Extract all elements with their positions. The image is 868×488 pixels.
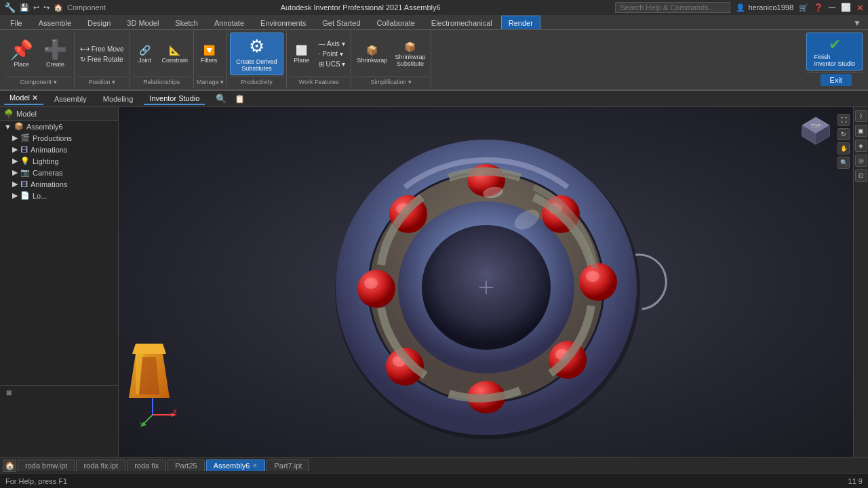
viewport-right-toolbar: ⛶ ↻ ✋ 🔍 [837,114,850,169]
ribbon-group-manage: 🔽 Filters Manage ▾ [194,31,227,88]
app-icon: 🔧 [4,2,16,13]
tab-roda-bmw[interactable]: roda bmw.ipt [18,460,75,471]
free-rotate-button[interactable]: ↻ Free Rotate [77,55,127,64]
sub-ribbon: Model ✕ Assembly Modeling Inventor Studi… [0,91,868,107]
exit-button[interactable]: Exit [821,74,852,86]
tab-assemble[interactable]: Assemble [31,16,79,29]
svg-point-20 [364,278,378,289]
finish-inventor-studio-button[interactable]: ✔ FinishInventor Studio [806,33,863,70]
tab-annotate[interactable]: Annotate [207,16,252,29]
tab-roda-fix[interactable]: roda fix [127,460,166,471]
svg-point-19 [357,270,395,308]
tree-expand-icon: ▼ [4,123,12,131]
restore-btn[interactable]: ⬜ [841,3,851,12]
user-icon: 👤 [736,3,745,12]
place-button[interactable]: 📌 Place [5,38,37,70]
tree-item-lo[interactable]: ▶ 📄 Lo... [0,190,118,201]
panel-tool3[interactable]: ◎ [855,155,867,167]
tab-collaborate[interactable]: Collaborate [370,16,422,29]
create-derived-button[interactable]: ⚙ Create DerivedSubstitutes [230,33,283,75]
svg-text:X: X [173,408,177,415]
tree-item-lighting[interactable]: ▶ 💡 Lighting [0,155,118,167]
tab-3dmodel[interactable]: 3D Model [119,16,166,29]
sub-tab-assembly[interactable]: Assembly [49,94,92,104]
help-text: For Help, press F1 [5,477,67,485]
ucs-button[interactable]: ⊞ UCS ▾ [316,60,349,68]
shrinkwrap-substitute-button[interactable]: 📦 ShrinkwrapSubstitute [392,40,428,68]
pan-btn[interactable]: ✋ [837,142,850,155]
help-search-input[interactable] [615,2,730,13]
joint-icon: 🔗 [139,45,151,56]
sidebar-title: Model [16,110,37,118]
viewport[interactable]: AUTODESK INVENTOR® [119,107,853,457]
axis-indicator: Z X Y [139,388,180,430]
tab-environments[interactable]: Environments [253,16,313,29]
search-sub[interactable]: 📋 [235,94,245,104]
plane-button[interactable]: ⬜ Plane [290,43,314,65]
quick-access-save[interactable]: 💾 [20,3,29,12]
panel-expand-btn[interactable]: ⟩ [855,110,867,122]
assembly6-close-btn[interactable]: ✕ [252,462,258,469]
tab-electromechanical[interactable]: Electromechanical [424,16,500,29]
tab-sketch[interactable]: Sketch [167,16,205,29]
panel-tool1[interactable]: ▣ [855,125,867,137]
joint-button[interactable]: 🔗 Joint [133,43,157,65]
quick-access-material[interactable]: Component [67,3,106,12]
quick-access-redo[interactable]: ↪ [43,3,50,12]
panel-tool4[interactable]: ⊡ [855,169,867,182]
tree-item-animations2[interactable]: ▶ 🎞 Animations [0,178,118,190]
plane-icon: ⬜ [296,45,307,56]
rotate-view-btn[interactable]: ↻ [837,128,850,140]
tab-file[interactable]: File [3,16,30,29]
ribbon-options[interactable]: ▼ [849,17,865,29]
filters-button[interactable]: 🔽 Filters [197,43,221,65]
page-info: 11 9 [848,477,863,485]
quick-access-home[interactable]: 🏠 [54,3,63,12]
panel-tool2[interactable]: ◈ [855,140,867,152]
tab-render[interactable]: Render [501,16,540,29]
sub-tab-modeling[interactable]: Modeling [98,94,139,104]
sub-tab-inventor-studio[interactable]: Inventor Studio [144,93,205,105]
tree-item-cameras[interactable]: ▶ 📷 Cameras [0,167,118,178]
svg-text:Z: Z [154,389,158,396]
close-btn[interactable]: ✕ [856,3,864,13]
shopping-icon[interactable]: 🛒 [799,3,808,12]
minimize-btn[interactable]: ─ [829,2,835,13]
tree-item-animations[interactable]: ▶ 🎞 Animations [0,144,118,155]
home-tab-button[interactable]: 🏠 [3,460,16,472]
zoom-extents-btn[interactable]: ⛶ [837,114,850,126]
finish-icon: ✔ [829,36,841,54]
tab-getstarted[interactable]: Get Started [315,16,368,29]
axis-button[interactable]: — Axis ▾ [316,39,349,48]
zoom-btn[interactable]: 🔍 [837,157,850,169]
sub-tab-model[interactable]: Model ✕ [4,92,43,105]
help-icon[interactable]: ❓ [814,3,823,12]
user-area: 👤 heranico1998 [736,3,793,12]
cameras-icon: 📷 [20,168,30,177]
quick-access-undo[interactable]: ↩ [33,3,39,12]
free-move-button[interactable]: ⟷ Free Move [77,45,127,54]
manage-group-label: Manage ▾ [197,77,224,87]
ribbon-group-component: 📌 Place ➕ Create Component ▾ [3,31,75,88]
tab-part25[interactable]: Part25 [167,460,204,471]
main-area: 🌳 Model ▼ 📦 Assembly6 ▶ 🎬 Productions ▶ … [0,107,868,457]
title-bar: 🔧 💾 ↩ ↪ 🏠 Component Autodesk Inventor Pr… [0,0,868,15]
constrain-button[interactable]: 📐 Constrain [159,43,191,65]
tab-roda-fix-ipt[interactable]: roda fix.ipt [76,460,125,471]
tree-item-assembly6[interactable]: ▼ 📦 Assembly6 [0,121,118,132]
tab-part7[interactable]: Part7.ipt [267,460,309,471]
productions-icon: 🎬 [20,134,30,142]
tab-assembly6[interactable]: Assembly6 ✕ [206,460,266,471]
tree-item-productions[interactable]: ▶ 🎬 Productions [0,132,118,144]
shrinkwrap-button[interactable]: 📦 Shrinkwrap [354,43,390,65]
search-toggle[interactable]: 🔍 [216,94,226,104]
titlebar-right: 👤 heranico1998 🛒 ❓ ─ ⬜ ✕ [615,2,864,13]
tab-design[interactable]: Design [80,16,118,29]
nav-cube[interactable]: TOP [799,114,833,148]
sidebar: 🌳 Model ▼ 📦 Assembly6 ▶ 🎬 Productions ▶ … [0,107,119,457]
tree-expand-all[interactable]: ⊞ [2,388,117,398]
create-button[interactable]: ➕ Create [39,38,71,70]
point-button[interactable]: · Point ▾ [316,49,349,58]
tree-collapse-icon: ▶ [12,134,18,142]
ribbon-toolbar: 📌 Place ➕ Create Component ▾ ⟷ Free Move… [0,30,868,91]
